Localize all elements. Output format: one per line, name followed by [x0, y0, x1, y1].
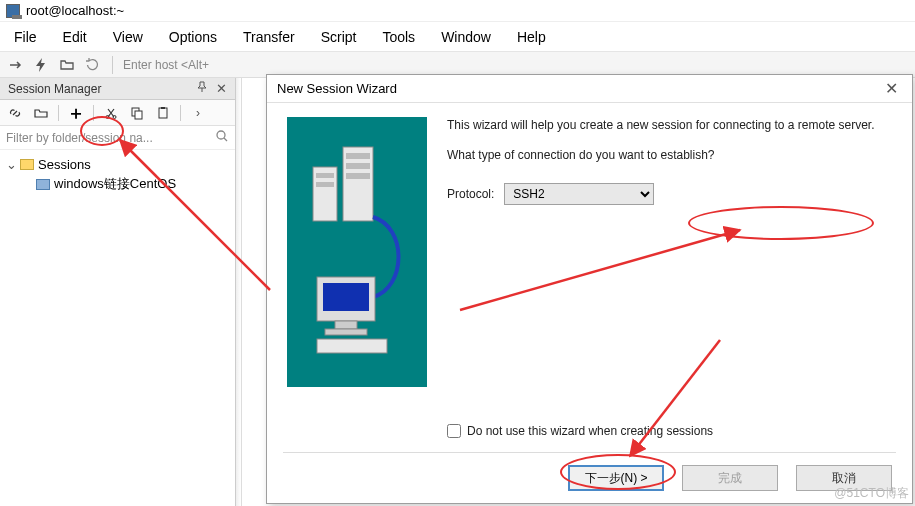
finish-button: 完成 [682, 465, 778, 491]
paste-icon[interactable] [154, 104, 172, 122]
toolbar-separator [112, 56, 113, 74]
session-panel-title: Session Manager [8, 82, 101, 96]
session-icon [36, 179, 50, 190]
pin-icon[interactable] [196, 81, 208, 96]
wizard-question: What type of connection do you want to e… [447, 147, 892, 163]
tree-root[interactable]: ⌄ Sessions [6, 154, 229, 174]
connect-icon[interactable] [6, 56, 24, 74]
menu-view[interactable]: View [113, 29, 143, 45]
session-manager-panel: Session Manager ✕ ＋ [0, 78, 236, 506]
skip-wizard-label: Do not use this wizard when creating ses… [467, 424, 713, 438]
folder-open-icon[interactable] [32, 104, 50, 122]
cut-icon[interactable] [102, 104, 120, 122]
refresh-icon[interactable] [84, 56, 102, 74]
svg-rect-13 [316, 173, 334, 178]
svg-rect-18 [325, 329, 367, 335]
tree-caret-icon[interactable]: ⌄ [6, 157, 16, 172]
svg-rect-12 [346, 173, 370, 179]
menu-edit[interactable]: Edit [63, 29, 87, 45]
svg-rect-4 [159, 108, 167, 118]
svg-rect-16 [323, 283, 369, 311]
lightning-icon[interactable] [32, 56, 50, 74]
menu-transfer[interactable]: Transfer [243, 29, 295, 45]
filter-placeholder: Filter by folder/session na... [6, 131, 153, 145]
folder-icon [20, 159, 34, 170]
svg-rect-11 [346, 163, 370, 169]
search-icon[interactable] [215, 129, 229, 146]
app-titlebar: root@localhost:~ [0, 0, 915, 22]
close-icon[interactable]: ✕ [881, 79, 902, 98]
copy-icon[interactable] [128, 104, 146, 122]
close-panel-icon[interactable]: ✕ [216, 81, 227, 96]
link-icon[interactable] [6, 104, 24, 122]
window-title: root@localhost:~ [26, 3, 124, 18]
session-sep-3 [180, 105, 181, 121]
svg-rect-3 [135, 111, 142, 119]
session-sep-2 [93, 105, 94, 121]
menu-window[interactable]: Window [441, 29, 491, 45]
tree-root-label: Sessions [38, 157, 91, 172]
svg-rect-14 [316, 182, 334, 187]
protocol-select[interactable]: SSH2 [504, 183, 654, 205]
svg-rect-5 [161, 107, 165, 109]
session-toolbar: ＋ › [0, 100, 235, 126]
dialog-title: New Session Wizard [277, 81, 397, 96]
menu-file[interactable]: File [14, 29, 37, 45]
host-input-hint[interactable]: Enter host <Alt+ [123, 58, 209, 72]
folder-icon[interactable] [58, 56, 76, 74]
session-sep-1 [58, 105, 59, 121]
menu-tools[interactable]: Tools [382, 29, 415, 45]
chevron-right-icon[interactable]: › [189, 104, 207, 122]
wizard-illustration [287, 117, 427, 387]
menu-script[interactable]: Script [321, 29, 357, 45]
new-session-wizard-dialog: New Session Wizard ✕ [266, 74, 913, 504]
svg-point-6 [217, 131, 225, 139]
tree-item[interactable]: windows链接CentOS [6, 174, 229, 194]
menu-options[interactable]: Options [169, 29, 217, 45]
tree-item-label: windows链接CentOS [54, 175, 176, 193]
session-filter-row[interactable]: Filter by folder/session na... [0, 126, 235, 150]
svg-rect-17 [335, 321, 357, 329]
next-button[interactable]: 下一步(N) > [568, 465, 664, 491]
new-session-icon[interactable]: ＋ [67, 104, 85, 122]
protocol-label: Protocol: [447, 187, 494, 201]
dialog-titlebar: New Session Wizard ✕ [267, 75, 912, 103]
wizard-intro: This wizard will help you create a new s… [447, 117, 892, 133]
menu-help[interactable]: Help [517, 29, 546, 45]
app-icon [6, 4, 20, 18]
dialog-buttons: 下一步(N) > 完成 取消 [267, 453, 912, 503]
session-panel-titlebar: Session Manager ✕ [0, 78, 235, 100]
cancel-button[interactable]: 取消 [796, 465, 892, 491]
skip-wizard-checkbox[interactable] [447, 424, 461, 438]
session-tree: ⌄ Sessions windows链接CentOS [0, 150, 235, 198]
svg-point-0 [106, 115, 109, 118]
menu-bar: File Edit View Options Transfer Script T… [0, 22, 915, 52]
svg-rect-19 [317, 339, 387, 353]
svg-point-1 [113, 115, 116, 118]
svg-rect-10 [346, 153, 370, 159]
